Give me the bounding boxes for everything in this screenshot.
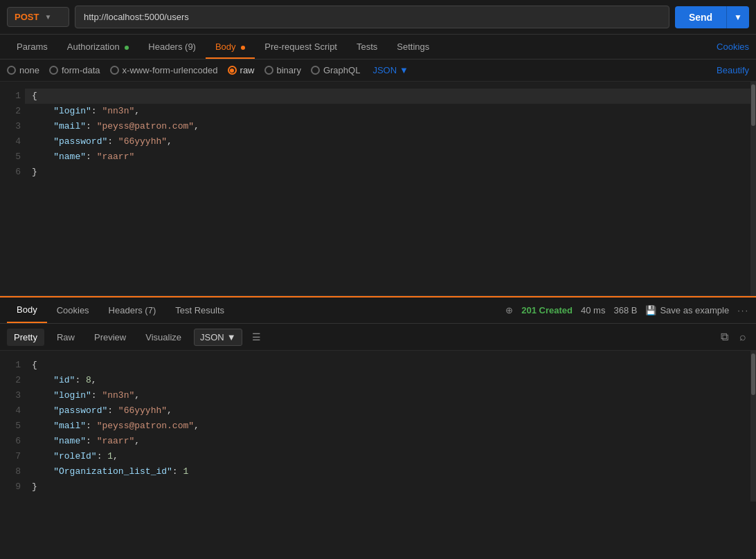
save-example-button[interactable]: 💾 Save as example <box>645 305 729 315</box>
response-code-content[interactable]: { "id": 8, "login": "nn3n", "password": … <box>25 351 750 502</box>
status-badge: 201 Created <box>521 305 573 315</box>
tab-headers[interactable]: Headers (9) <box>138 35 206 59</box>
radio-graphql-icon <box>311 66 320 75</box>
response-toolbar-right: ⧉ ⌕ <box>718 328 749 346</box>
method-label: POST <box>15 12 39 22</box>
response-scrollbar[interactable] <box>750 351 756 502</box>
chevron-down-icon: ▼ <box>44 13 51 21</box>
response-line-numbers: 1 2 3 4 5 6 7 8 9 <box>0 351 25 502</box>
code-line-3: "mail": "peyss@patron.com", <box>25 119 750 134</box>
response-body-toolbar: Pretty Raw Preview Visualize JSON ▼ ☰ ⧉ … <box>0 324 756 351</box>
code-line-6: } <box>25 165 750 180</box>
tab-authorization[interactable]: Authorization <box>57 35 139 59</box>
tab-body[interactable]: Body <box>206 35 255 59</box>
top-bar: POST ▼ Send ▼ <box>0 0 756 35</box>
send-button-group: Send ▼ <box>675 6 749 28</box>
request-code-content[interactable]: { "login": "nn3n", "mail": "peyss@patron… <box>25 82 750 295</box>
radio-none-icon <box>7 66 16 75</box>
view-tab-pretty[interactable]: Pretty <box>7 329 44 346</box>
body-type-none[interactable]: none <box>7 65 39 75</box>
request-tab-bar: Params Authorization Headers (9) Body Pr… <box>0 35 756 59</box>
request-editor: 1 2 3 4 5 6 { "login": "nn3n", "mail": "… <box>0 82 756 296</box>
chevron-json-icon: ▼ <box>399 65 408 75</box>
url-input[interactable] <box>75 6 669 28</box>
tab-pre-request[interactable]: Pre-request Script <box>255 35 347 59</box>
radio-urlencoded-icon <box>110 66 119 75</box>
request-line-numbers: 1 2 3 4 5 6 <box>0 82 25 295</box>
view-tab-preview[interactable]: Preview <box>87 329 133 346</box>
search-button[interactable]: ⌕ <box>737 328 749 346</box>
globe-icon: ⊕ <box>505 305 513 315</box>
filter-icon-button[interactable]: ☰ <box>248 329 265 345</box>
resp-line-3: "login": "nn3n", <box>25 388 750 403</box>
code-line-1: { <box>25 89 750 104</box>
resp-line-6: "name": "raarr", <box>25 434 750 449</box>
resp-line-7: "roleId": 1, <box>25 449 750 464</box>
view-tab-raw[interactable]: Raw <box>50 329 82 346</box>
cookies-link[interactable]: Cookies <box>717 35 749 59</box>
code-line-5: "name": "raarr" <box>25 149 750 165</box>
method-select[interactable]: POST ▼ <box>7 7 69 27</box>
response-section: Body Cookies Headers (7) Test Results ⊕ … <box>0 296 756 502</box>
tab-settings[interactable]: Settings <box>387 35 439 59</box>
resp-line-9: } <box>25 479 750 495</box>
json-format-dropdown[interactable]: JSON ▼ <box>372 65 408 75</box>
chevron-response-json-icon: ▼ <box>227 332 236 342</box>
response-tab-cookies[interactable]: Cookies <box>47 298 99 322</box>
response-tab-body[interactable]: Body <box>7 297 47 323</box>
beautify-button[interactable]: Beautify <box>717 65 749 75</box>
more-options-button[interactable]: ··· <box>737 305 749 315</box>
send-arrow-button[interactable]: ▼ <box>726 6 749 28</box>
resp-line-4: "password": "66yyyhh", <box>25 403 750 419</box>
auth-dot <box>125 46 129 50</box>
body-type-form-data[interactable]: form-data <box>49 65 100 75</box>
response-tab-test-results[interactable]: Test Results <box>165 298 234 322</box>
response-timing: 40 ms <box>581 305 605 315</box>
resp-line-2: "id": 8, <box>25 373 750 388</box>
response-scrollbar-thumb <box>751 354 755 395</box>
code-line-2: "login": "nn3n", <box>25 104 750 119</box>
resp-line-5: "mail": "peyss@patron.com", <box>25 419 750 434</box>
body-dot <box>241 46 245 50</box>
response-editor: 1 2 3 4 5 6 7 8 9 { "id": 8, "login": "n… <box>0 351 756 502</box>
response-meta: ⊕ 201 Created 40 ms 368 B 💾 Save as exam… <box>505 305 749 315</box>
copy-button[interactable]: ⧉ <box>718 328 731 346</box>
resp-line-1: { <box>25 358 750 373</box>
response-tab-bar: Body Cookies Headers (7) Test Results ⊕ … <box>0 296 756 324</box>
body-type-bar: none form-data x-www-form-urlencoded raw… <box>0 59 756 82</box>
radio-form-data-icon <box>49 66 58 75</box>
response-format-dropdown[interactable]: JSON ▼ <box>194 329 242 346</box>
body-type-urlencoded[interactable]: x-www-form-urlencoded <box>110 65 218 75</box>
body-type-graphql[interactable]: GraphQL <box>311 65 360 75</box>
code-line-4: "password": "66yyyhh", <box>25 134 750 149</box>
request-scrollbar-thumb <box>751 84 755 126</box>
response-size: 368 B <box>613 305 637 315</box>
tab-params[interactable]: Params <box>7 35 57 59</box>
response-tab-headers[interactable]: Headers (7) <box>99 298 166 322</box>
radio-binary-icon <box>264 66 273 75</box>
radio-raw-icon <box>228 66 237 75</box>
request-scrollbar[interactable] <box>750 82 756 295</box>
send-button[interactable]: Send <box>675 6 726 28</box>
save-icon: 💾 <box>645 305 656 315</box>
body-type-binary[interactable]: binary <box>264 65 301 75</box>
tab-tests[interactable]: Tests <box>347 35 387 59</box>
view-tab-visualize[interactable]: Visualize <box>138 329 188 346</box>
resp-line-8: "Organization_list_id": 1 <box>25 464 750 479</box>
body-type-raw[interactable]: raw <box>228 65 255 75</box>
